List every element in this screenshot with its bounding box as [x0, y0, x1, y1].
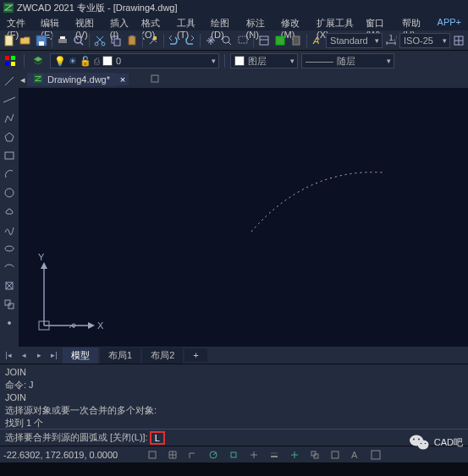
annoscale-toggle[interactable]: A — [348, 448, 363, 462]
block-tool[interactable] — [1, 296, 18, 313]
svg-rect-56 — [332, 451, 339, 458]
dimstyle-icon[interactable]: 1.0 — [383, 32, 399, 49]
rectangle-tool[interactable] — [1, 147, 18, 164]
tab-first[interactable]: |◂ — [2, 347, 15, 363]
menu-format[interactable]: 格式(O) — [136, 16, 172, 30]
tab-prev[interactable]: ◂ — [17, 347, 30, 363]
arc-tool[interactable] — [1, 166, 18, 183]
command-prompt[interactable]: 选择要合并到源的圆弧或 [关闭(L)]: L — [0, 429, 468, 446]
lwt-toggle[interactable] — [267, 448, 282, 462]
tab-layout2[interactable]: 布局2 — [142, 347, 183, 364]
polyline-tool[interactable] — [1, 110, 18, 127]
revcloud-tool[interactable] — [1, 203, 18, 220]
calculator-button[interactable] — [289, 32, 304, 49]
designtable-button[interactable] — [273, 32, 288, 49]
svg-rect-51 — [231, 452, 236, 457]
cmd-line: 命令: J — [5, 379, 463, 391]
tab-next[interactable]: ▸ — [32, 347, 46, 363]
svg-rect-27 — [5, 56, 9, 60]
print-button[interactable] — [55, 32, 70, 49]
coord-display[interactable]: -22.6302, 172.6019, 0.0000 — [3, 450, 118, 460]
line-tool[interactable] — [1, 73, 18, 90]
snap-toggle[interactable] — [145, 448, 160, 462]
menu-app[interactable]: APP+ — [432, 16, 466, 30]
otrack-toggle[interactable] — [246, 448, 262, 462]
textstyle-combo[interactable]: Standard — [326, 33, 383, 48]
menu-modify[interactable]: 修改(M) — [276, 16, 311, 30]
properties-button[interactable] — [256, 32, 272, 49]
menu-draw[interactable]: 绘图(D) — [206, 16, 240, 30]
svg-rect-37 — [5, 300, 10, 305]
doctab-prev[interactable]: ◂ — [19, 74, 27, 85]
insert-tool[interactable] — [1, 277, 18, 294]
select-color-button[interactable] — [2, 52, 19, 69]
svg-rect-28 — [11, 56, 15, 60]
print-icon: ⎙ — [94, 56, 100, 66]
tablestyle-icon[interactable] — [451, 32, 466, 49]
save-button[interactable] — [34, 32, 49, 49]
svg-rect-5 — [60, 36, 65, 39]
menu-file[interactable]: 文件(F) — [2, 16, 36, 30]
menu-tools[interactable]: 工具(T) — [172, 16, 206, 30]
maximize-toggle[interactable] — [368, 448, 383, 462]
zoom-window-button[interactable] — [235, 32, 251, 49]
tab-model[interactable]: 模型 — [63, 347, 98, 364]
menu-dimension[interactable]: 标注(N) — [241, 16, 276, 30]
ellipsearc-tool[interactable] — [1, 259, 18, 276]
color-combo[interactable]: 图层 — [230, 53, 298, 68]
layer-combo[interactable]: 💡 ☀ 🔓 ⎙ 0 — [50, 53, 219, 68]
spline-tool[interactable] — [1, 222, 18, 238]
paste-button[interactable] — [124, 32, 140, 49]
separator — [163, 34, 164, 47]
layer-props-button[interactable] — [30, 52, 47, 69]
separator — [142, 34, 143, 47]
menu-view[interactable]: 视图(V) — [70, 16, 105, 30]
copy-button[interactable] — [108, 32, 124, 49]
svg-text:1.0: 1.0 — [388, 35, 397, 42]
menu-help[interactable]: 帮助(H) — [397, 16, 432, 30]
menu-bar: 文件(F) 编辑(E) 视图(V) 插入(I) 格式(O) 工具(T) 绘图(D… — [0, 15, 468, 30]
cycle-toggle[interactable] — [307, 448, 322, 462]
linetype-combo[interactable]: ———随层 — [301, 53, 394, 68]
menu-insert[interactable]: 插入(I) — [105, 16, 136, 30]
dimstyle-combo[interactable]: ISO-25 — [399, 33, 450, 48]
point-tool[interactable] — [1, 315, 18, 331]
drawing-canvas[interactable]: Y X — [19, 88, 468, 347]
matchprop-button[interactable] — [146, 32, 161, 49]
tab-layout1[interactable]: 布局1 — [100, 347, 140, 364]
menu-ext[interactable]: 扩展工具(X) — [311, 16, 361, 30]
doc-tab-label: Drawing4.dwg* — [47, 74, 110, 85]
preview-button[interactable] — [71, 32, 86, 49]
close-icon[interactable]: × — [117, 74, 129, 85]
zoom-button[interactable] — [219, 32, 234, 49]
document-tab[interactable]: Drawing4.dwg* — [27, 73, 117, 86]
ellipse-tool[interactable] — [1, 240, 18, 257]
xline-tool[interactable] — [1, 91, 18, 108]
menu-edit[interactable]: 编辑(E) — [36, 16, 70, 30]
ucs-icon: Y X — [27, 254, 103, 340]
app-title: ZWCAD 2021 专业版 - [Drawing4.dwg] — [17, 2, 178, 14]
redo-button[interactable] — [182, 32, 197, 49]
polar-toggle[interactable] — [206, 448, 221, 462]
ortho-toggle[interactable] — [185, 448, 201, 462]
pan-button[interactable] — [203, 32, 218, 49]
cut-button[interactable] — [92, 32, 107, 49]
polygon-tool[interactable] — [1, 129, 18, 145]
menu-window[interactable]: 窗口(W) — [361, 16, 397, 30]
tab-last[interactable]: ▸| — [47, 347, 61, 363]
circle-tool[interactable] — [1, 184, 18, 201]
tab-add-layout[interactable]: + — [184, 348, 206, 362]
svg-rect-4 — [58, 39, 67, 43]
new-button[interactable] — [2, 32, 17, 49]
osnap-toggle[interactable] — [226, 448, 241, 462]
watermark: CAD吧 — [409, 434, 463, 451]
model-toggle[interactable] — [328, 448, 343, 462]
open-button[interactable] — [18, 32, 33, 49]
grid-toggle[interactable] — [165, 448, 180, 462]
separator — [224, 54, 225, 68]
doctab-add[interactable] — [146, 73, 164, 86]
dyn-toggle[interactable] — [287, 448, 302, 462]
canvas-wrap: ◂ Drawing4.dwg* × Y X — [19, 71, 468, 347]
textstyle-icon[interactable]: A — [310, 32, 325, 49]
undo-button[interactable] — [166, 32, 181, 49]
